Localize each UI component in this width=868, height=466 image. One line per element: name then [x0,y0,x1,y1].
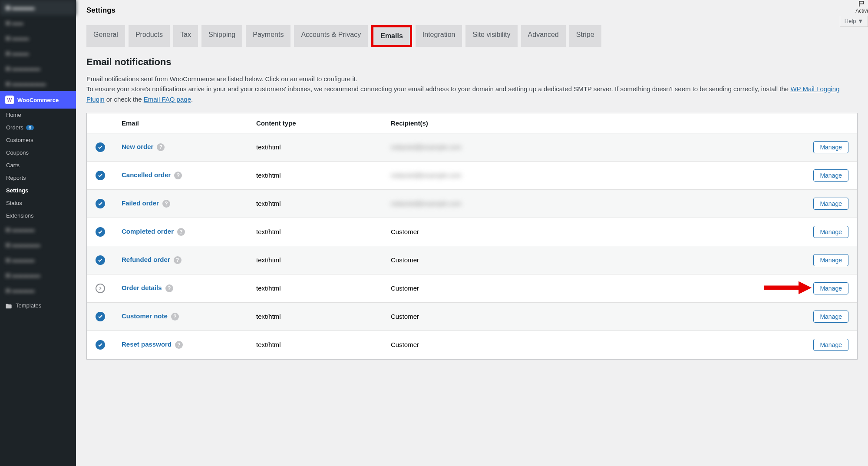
top-right-controls: Activi Help ▼ [840,0,868,27]
flag-icon [858,0,866,8]
content-type-cell: text/html [256,341,391,348]
woocommerce-icon: W [5,96,14,104]
content-type-cell: text/html [256,143,391,151]
help-icon[interactable]: ? [157,143,165,151]
tab-advanced[interactable]: Advanced [521,25,566,47]
tab-emails[interactable]: Emails [371,25,412,47]
recipient-cell: redacted@example.com [391,172,801,179]
tab-stripe[interactable]: Stripe [569,25,601,47]
th-content-type: Content type [256,119,391,127]
sidebar-item-blurred[interactable]: ▣ ▬▬▬▬▬ [0,61,76,76]
sidebar-item-blurred[interactable]: ▣ ▬▬▬ [0,30,76,46]
sidebar-item-blurred[interactable]: ▣ ▬▬ [0,15,76,30]
table-row: Failed order?text/htmlredacted@example.c… [87,190,857,218]
th-email: Email [122,119,256,127]
email-name-link[interactable]: Order details [122,284,162,291]
recipient-cell: redacted@example.com [391,200,801,207]
tab-accounts-privacy[interactable]: Accounts & Privacy [294,25,368,47]
table-header: Email Content type Recipient(s) [87,113,857,133]
sidebar-sub-status[interactable]: Status [0,197,76,209]
table-row: Customer note?text/htmlCustomerManage [87,303,857,331]
manage-button[interactable]: Manage [813,311,848,323]
sidebar-item-woocommerce[interactable]: W WooCommerce [0,91,76,109]
recipient-cell: Customer [391,341,801,348]
status-enabled-icon [96,199,105,208]
manage-button[interactable]: Manage [813,226,848,238]
section-description: Email notifications sent from WooCommerc… [86,74,858,104]
sidebar-item-blurred[interactable]: ▣ ▬▬▬▬▬▬ [0,76,76,91]
section-title: Email notifications [86,56,858,68]
help-tab[interactable]: Help ▼ [840,16,868,27]
sidebar-item-blurred[interactable]: ▣ ▬▬▬▬ [0,222,76,237]
email-faq-link[interactable]: Email FAQ page [144,96,191,103]
status-enabled-icon [96,312,105,321]
help-icon[interactable]: ? [174,256,182,264]
sidebar-item-blurred[interactable]: ▣ ▬▬▬ [0,46,76,61]
status-enabled-icon [96,171,105,180]
email-name-link[interactable]: Completed order [122,228,174,235]
sidebar-sub-settings[interactable]: Settings [0,184,76,197]
manage-button[interactable]: Manage [813,339,848,351]
email-name-link[interactable]: Reset password [122,340,172,348]
sidebar-item-blurred[interactable]: ▣ ▬▬▬▬ [0,252,76,268]
email-name-link[interactable]: Customer note [122,312,168,320]
folder-icon [5,303,12,309]
recipient-cell: redacted@example.com [391,143,801,151]
status-enabled-icon [96,142,105,152]
sidebar-label: WooCommerce [17,97,59,103]
help-icon[interactable]: ? [162,200,170,208]
sidebar-sub-orders[interactable]: Orders 6 [0,121,76,134]
help-icon[interactable]: ? [171,313,179,321]
status-enabled-icon [96,340,105,350]
sidebar-item-blurred[interactable]: ▣ ▬▬▬▬▬ [0,237,76,252]
annotation-arrow-icon [762,279,814,297]
manage-button[interactable]: Manage [813,198,848,210]
status-enabled-icon [96,255,105,265]
tab-site-visibility[interactable]: Site visibility [465,25,517,47]
th-recipients: Recipient(s) [391,119,801,127]
manage-button[interactable]: Manage [813,282,848,294]
orders-badge: 6 [26,125,34,130]
tab-payments[interactable]: Payments [246,25,290,47]
table-row: Cancelled order?text/htmlredacted@exampl… [87,162,857,190]
sidebar-sub-carts[interactable]: Carts [0,159,76,172]
sidebar-sub-reports[interactable]: Reports [0,172,76,184]
help-icon[interactable]: ? [175,341,183,349]
table-row: Refunded order?text/htmlCustomerManage [87,246,857,274]
tab-integration[interactable]: Integration [416,25,462,47]
sidebar-item-blurred[interactable]: ▣ ▬▬▬▬▬ [0,268,76,283]
sidebar-sub-home[interactable]: Home [0,109,76,121]
help-icon[interactable]: ? [174,172,182,179]
content-type-cell: text/html [256,200,391,207]
page-title: Settings [86,0,858,21]
recipient-cell: Customer [391,313,801,320]
email-name-link[interactable]: New order [122,143,153,150]
email-name-link[interactable]: Failed order [122,199,159,207]
email-name-link[interactable]: Refunded order [122,256,170,263]
content-type-cell: text/html [256,313,391,320]
admin-sidebar: ▣ ▬▬▬▬ ▣ ▬▬ ▣ ▬▬▬ ▣ ▬▬▬ ▣ ▬▬▬▬▬ ▣ ▬▬▬▬▬▬… [0,0,76,466]
recipient-cell: Customer [391,256,801,264]
help-icon[interactable]: ? [177,228,185,236]
recipient-cell: Customer [391,284,801,292]
tab-products[interactable]: Products [129,25,170,47]
sidebar-item-blurred[interactable]: ▣ ▬▬▬▬ [0,283,76,298]
sidebar-sub-extensions[interactable]: Extensions [0,209,76,222]
manage-button[interactable]: Manage [813,141,848,153]
status-manual-icon [96,284,105,293]
sidebar-sub-items: Home Orders 6 Customers Coupons Carts Re… [0,109,76,222]
content-type-cell: text/html [256,256,391,264]
sidebar-sub-coupons[interactable]: Coupons [0,146,76,159]
sidebar-item-blurred[interactable]: ▣ ▬▬▬▬ [0,0,76,15]
sidebar-sub-customers[interactable]: Customers [0,134,76,146]
tab-tax[interactable]: Tax [173,25,198,47]
activity-panel[interactable]: Activi [855,0,868,14]
manage-button[interactable]: Manage [813,169,848,182]
email-name-link[interactable]: Cancelled order [122,171,171,178]
help-icon[interactable]: ? [165,284,173,292]
tab-general[interactable]: General [86,25,125,47]
sidebar-item-templates[interactable]: Templates [0,298,76,313]
main-content: Activi Help ▼ Settings General Products … [76,0,868,466]
manage-button[interactable]: Manage [813,254,848,266]
tab-shipping[interactable]: Shipping [201,25,242,47]
